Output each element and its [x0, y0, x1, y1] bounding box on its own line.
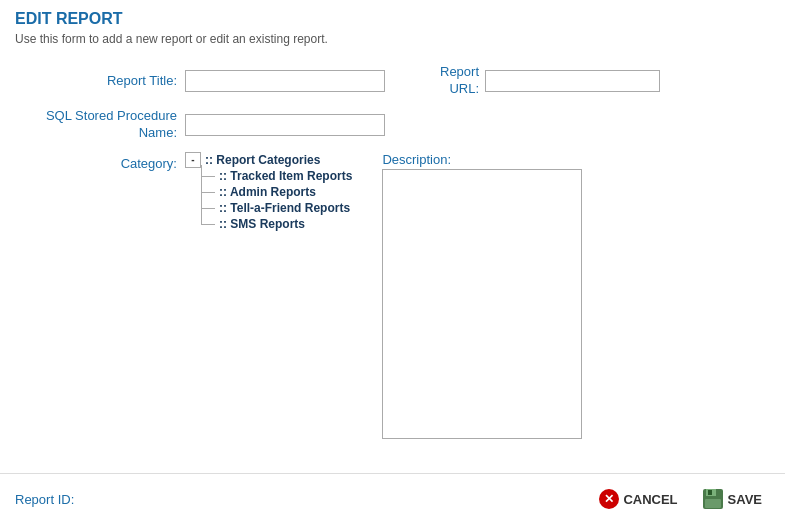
- report-url-label: ReportURL:: [440, 64, 485, 98]
- category-label: Category:: [15, 152, 185, 171]
- report-url-input[interactable]: [485, 70, 660, 92]
- cancel-label: CANCEL: [623, 492, 677, 507]
- bottom-bar: Report ID: ✕ CANCEL SAVE: [0, 473, 785, 524]
- report-title-label: Report Title:: [15, 72, 185, 90]
- tree-connector-2: [201, 185, 215, 199]
- sql-procedure-row: SQL Stored ProcedureName:: [15, 108, 770, 142]
- tree-item-1-label: :: Tracked Item Reports: [219, 169, 352, 183]
- tree-root[interactable]: - :: Report Categories: [185, 152, 352, 168]
- report-id-label: Report ID:: [15, 492, 74, 507]
- sql-procedure-input[interactable]: [185, 114, 385, 136]
- save-icon: [702, 488, 724, 510]
- tree-connector-3: [201, 201, 215, 215]
- sql-label: SQL Stored ProcedureName:: [15, 108, 185, 142]
- save-label: SAVE: [728, 492, 762, 507]
- page-container: EDIT REPORT Use this form to add a new r…: [0, 0, 785, 524]
- tree-item-2-label: :: Admin Reports: [219, 185, 316, 199]
- category-description-row: Category: - :: Report Categories :: Trac…: [15, 152, 770, 439]
- tree-item-1[interactable]: :: Tracked Item Reports: [201, 168, 352, 184]
- svg-rect-3: [705, 499, 721, 508]
- svg-rect-2: [708, 490, 712, 495]
- tree-children: :: Tracked Item Reports :: Admin Reports…: [201, 168, 352, 232]
- category-tree[interactable]: - :: Report Categories :: Tracked Item R…: [185, 152, 352, 232]
- report-title-row: Report Title: ReportURL:: [15, 64, 770, 98]
- report-title-input[interactable]: [185, 70, 385, 92]
- save-button[interactable]: SAVE: [694, 484, 770, 514]
- description-label: Description:: [382, 152, 582, 167]
- cancel-icon: ✕: [599, 489, 619, 509]
- tree-item-3-label: :: Tell-a-Friend Reports: [219, 201, 350, 215]
- tree-item-3[interactable]: :: Tell-a-Friend Reports: [201, 200, 352, 216]
- description-section: Description:: [382, 152, 582, 439]
- tree-root-icon[interactable]: -: [185, 152, 201, 168]
- tree-connector-4: [201, 217, 215, 231]
- page-title: EDIT REPORT: [15, 10, 770, 28]
- tree-connector-1: [201, 169, 215, 183]
- tree-item-4[interactable]: :: SMS Reports: [201, 216, 352, 232]
- report-id-row: Report ID:: [15, 492, 74, 507]
- tree-item-2[interactable]: :: Admin Reports: [201, 184, 352, 200]
- tree-root-label: :: Report Categories: [205, 153, 320, 167]
- tree-item-4-label: :: SMS Reports: [219, 217, 305, 231]
- page-subtitle: Use this form to add a new report or edi…: [15, 32, 770, 46]
- bottom-buttons: ✕ CANCEL SAVE: [591, 484, 770, 514]
- cancel-button[interactable]: ✕ CANCEL: [591, 485, 685, 513]
- description-textarea[interactable]: [382, 169, 582, 439]
